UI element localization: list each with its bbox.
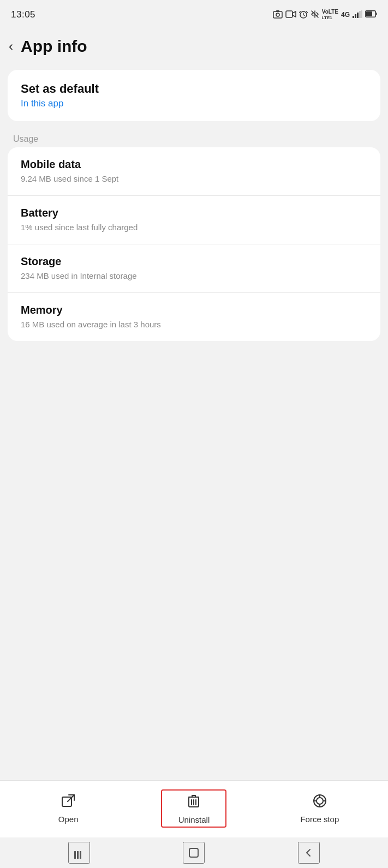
- set-as-default-title: Set as default: [21, 82, 367, 96]
- svg-rect-0: [273, 11, 282, 18]
- svg-rect-8: [357, 13, 359, 18]
- status-time: 13:05: [11, 9, 35, 20]
- nav-bar: [0, 837, 388, 868]
- set-as-default-card[interactable]: Set as default In this app: [8, 70, 380, 121]
- battery-title: Battery: [21, 207, 367, 219]
- photo-icon: [273, 10, 283, 20]
- svg-rect-10: [361, 10, 362, 18]
- page-title: App info: [21, 37, 87, 56]
- status-icons: VoLTELTE1 4G: [273, 9, 377, 20]
- open-icon: [61, 793, 76, 811]
- svg-rect-26: [77, 851, 79, 859]
- force-stop-icon: [312, 793, 327, 811]
- battery-desc: 1% used since last fully charged: [21, 222, 367, 233]
- volte-indicator: VoLTELTE1: [322, 9, 338, 20]
- header: ‹ App info: [0, 27, 388, 67]
- in-this-app-link[interactable]: In this app: [21, 98, 367, 109]
- storage-desc: 234 MB used in Internal storage: [21, 270, 367, 282]
- uninstall-button[interactable]: Uninstall: [161, 789, 226, 828]
- mute-icon: [311, 10, 319, 20]
- svg-rect-12: [366, 11, 372, 16]
- video-icon: [285, 10, 296, 20]
- 4g-indicator: 4G: [341, 11, 350, 19]
- svg-rect-7: [355, 14, 356, 18]
- svg-rect-2: [276, 10, 279, 12]
- usage-card: Mobile data 9.24 MB used since 1 Sept Ba…: [8, 147, 380, 341]
- uninstall-label: Uninstall: [178, 815, 210, 824]
- bottom-actions-bar: Open Uninstall Force stop: [0, 780, 388, 837]
- memory-desc: 16 MB used on average in last 3 hours: [21, 319, 367, 330]
- mobile-data-desc: 9.24 MB used since 1 Sept: [21, 173, 367, 184]
- force-stop-button[interactable]: Force stop: [287, 790, 353, 827]
- signal-icon: [353, 10, 362, 20]
- usage-section-label: Usage: [0, 127, 388, 147]
- alarm-icon: [299, 10, 308, 20]
- recent-apps-button[interactable]: [68, 842, 90, 864]
- svg-rect-3: [286, 11, 293, 17]
- status-bar: 13:05: [0, 0, 388, 27]
- memory-item[interactable]: Memory 16 MB used on average in last 3 h…: [8, 293, 380, 341]
- back-nav-button[interactable]: [298, 842, 320, 864]
- svg-point-20: [317, 798, 323, 804]
- back-button[interactable]: ‹: [9, 40, 13, 53]
- open-button[interactable]: Open: [35, 790, 101, 827]
- svg-rect-13: [376, 13, 377, 15]
- mobile-data-title: Mobile data: [21, 158, 367, 171]
- mobile-data-item[interactable]: Mobile data 9.24 MB used since 1 Sept: [8, 147, 380, 196]
- force-stop-label: Force stop: [300, 815, 339, 824]
- main-content: Set as default In this app Usage Mobile …: [0, 70, 388, 423]
- battery-icon: [365, 10, 377, 19]
- memory-title: Memory: [21, 304, 367, 316]
- storage-item[interactable]: Storage 234 MB used in Internal storage: [8, 244, 380, 293]
- svg-point-1: [276, 13, 279, 16]
- battery-item[interactable]: Battery 1% used since last fully charged: [8, 196, 380, 244]
- storage-title: Storage: [21, 255, 367, 268]
- svg-rect-25: [74, 851, 76, 859]
- uninstall-icon: [186, 793, 201, 811]
- svg-rect-6: [353, 16, 354, 18]
- svg-rect-28: [189, 848, 198, 857]
- svg-rect-27: [80, 851, 81, 859]
- open-label: Open: [58, 815, 79, 824]
- home-button[interactable]: [183, 842, 205, 864]
- svg-rect-9: [359, 11, 361, 18]
